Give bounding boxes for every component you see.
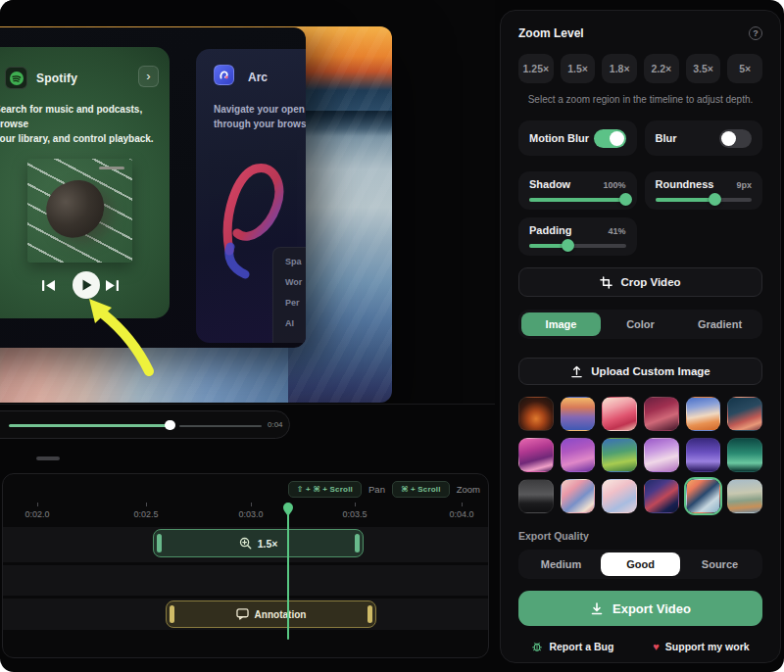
background-type-tabs: Image Color Gradient	[518, 310, 762, 339]
wallpaper-thumbnail[interactable]	[561, 397, 596, 431]
wallpaper-thumbnail[interactable]	[727, 479, 762, 513]
annotation-bubble-icon	[236, 608, 249, 620]
shadow-slider-card: Shadow 100%	[518, 171, 637, 210]
spotify-card: Spotify › Search for music and podcasts,…	[0, 47, 170, 318]
arc-logo-small-icon	[218, 69, 231, 82]
zoom-option-button[interactable]: 1.8×	[602, 54, 637, 83]
play-icon	[82, 279, 92, 291]
chevron-right-icon: ›	[146, 69, 150, 83]
album-art-caption	[99, 167, 124, 169]
pan-label: Pan	[368, 484, 385, 495]
motion-blur-card: Motion Blur	[518, 120, 637, 156]
wallpaper-thumbnail-selected[interactable]	[686, 479, 721, 513]
wallpaper-thumbnail[interactable]	[686, 397, 721, 431]
playback-scrubber[interactable]: 0:04	[0, 410, 290, 439]
scrubber-remaining-track	[179, 425, 262, 427]
duration-label: 0:04	[268, 420, 283, 429]
tab-color[interactable]: Color	[601, 312, 680, 336]
padding-slider[interactable]	[529, 244, 626, 248]
tab-gradient[interactable]: Gradient	[680, 312, 760, 336]
upload-icon	[570, 365, 583, 378]
bug-icon	[531, 641, 543, 652]
spotify-app-icon	[5, 67, 27, 89]
upload-custom-image-button[interactable]: Upload Custom Image	[518, 358, 762, 385]
context-menu-overlay: Spa Wor Per AI	[272, 247, 306, 343]
wallpaper-thumbnail[interactable]	[727, 438, 762, 472]
wallpaper-thumbnail[interactable]	[602, 397, 637, 431]
play-button[interactable]	[73, 271, 100, 299]
wallpaper-thumbnail[interactable]	[602, 479, 637, 513]
menu-item[interactable]: Per	[285, 298, 306, 318]
playback-controls	[0, 271, 170, 301]
playhead-line[interactable]	[287, 512, 289, 640]
shadow-value: 100%	[603, 180, 625, 190]
app-window: Spotify › Search for music and podcasts,…	[0, 0, 784, 672]
wallpaper-thumbnail[interactable]	[727, 397, 762, 431]
zoom-option-button[interactable]: 3.5×	[686, 54, 721, 83]
spotify-card-title: Spotify	[36, 72, 77, 85]
video-preview-canvas[interactable]: Spotify › Search for music and podcasts,…	[0, 0, 495, 405]
spotify-open-button[interactable]: ›	[138, 66, 159, 87]
next-track-icon[interactable]	[105, 279, 120, 292]
panel-resize-handle[interactable]	[36, 456, 60, 460]
spotify-card-description: Search for music and podcasts, browse yo…	[0, 102, 167, 146]
settings-panel: Zoom Level ? 1.25× 1.5× 1.8× 2.2× 3.5× 5…	[500, 10, 781, 663]
zoom-segment[interactable]: 1.5×	[153, 529, 364, 557]
motion-blur-toggle[interactable]	[594, 129, 626, 148]
timeline-panel: ⇧ + ⌘ + Scroll Pan ⌘ + Scroll Zoom 0:02.…	[2, 473, 489, 658]
export-quality-label: Export Quality	[518, 530, 762, 542]
wallpaper-thumbnail[interactable]	[561, 438, 596, 472]
report-bug-link[interactable]: Report a Bug	[531, 641, 613, 652]
roundness-value: 9px	[736, 180, 752, 190]
shadow-slider[interactable]	[529, 198, 626, 202]
quality-good[interactable]: Good	[601, 552, 680, 576]
wallpaper-gallery	[518, 397, 762, 513]
quality-source[interactable]: Source	[680, 552, 760, 576]
crop-video-button[interactable]: Crop Video	[518, 267, 762, 297]
zoom-shortcut-badge: ⌘ + Scroll	[392, 481, 450, 498]
arc-card-description: Navigate your open tab through your brow…	[214, 102, 306, 131]
pan-shortcut-badge: ⇧ + ⌘ + Scroll	[288, 481, 362, 498]
wallpaper-thumbnail[interactable]	[518, 438, 554, 472]
crop-icon	[600, 276, 612, 289]
wallpaper-thumbnail[interactable]	[644, 438, 679, 472]
zoom-option-button[interactable]: 1.5×	[561, 54, 596, 83]
playhead-handle[interactable]	[282, 502, 294, 516]
blur-card: Blur	[645, 120, 763, 156]
wallpaper-thumbnail[interactable]	[561, 479, 596, 513]
editor-area: Spotify › Search for music and podcasts,…	[0, 0, 495, 672]
wallpaper-thumbnail[interactable]	[518, 479, 554, 513]
wallpaper-thumbnail[interactable]	[518, 397, 554, 431]
recorded-screen-frame: Spotify › Search for music and podcasts,…	[0, 27, 306, 348]
zoom-option-button[interactable]: 2.2×	[644, 54, 679, 83]
wallpaper-thumbnail[interactable]	[644, 479, 679, 513]
album-art-figure	[39, 173, 113, 245]
menu-item[interactable]: AI	[285, 318, 306, 339]
export-video-button[interactable]: Export Video	[518, 591, 762, 626]
roundness-slider-card: Roundness 9px	[645, 171, 763, 210]
annotation-segment[interactable]: Annotation	[166, 600, 376, 628]
quality-medium[interactable]: Medium	[521, 552, 601, 576]
wallpaper-thumbnail[interactable]	[602, 438, 637, 472]
timeline-shortcuts: ⇧ + ⌘ + Scroll Pan ⌘ + Scroll Zoom	[288, 481, 480, 498]
tab-image[interactable]: Image	[521, 312, 601, 336]
zoom-option-button[interactable]: 1.25×	[518, 54, 554, 83]
zoom-option-button[interactable]: 5×	[727, 54, 762, 83]
download-icon	[590, 601, 604, 615]
support-link[interactable]: ♥ Support my work	[653, 641, 749, 652]
wallpaper-thumbnail[interactable]	[686, 438, 721, 472]
arc-card-title: Arc	[248, 71, 268, 84]
previous-track-icon[interactable]	[41, 279, 56, 292]
zoom-label: Zoom	[457, 484, 480, 495]
wallpaper-thumbnail[interactable]	[644, 397, 679, 431]
menu-item[interactable]: Spa	[285, 257, 306, 277]
scrubber-knob[interactable]	[165, 420, 175, 431]
zoom-level-title: Zoom Level	[518, 26, 584, 40]
blur-toggle[interactable]	[719, 129, 752, 148]
menu-item[interactable]: Wor	[285, 277, 306, 298]
zoom-level-options: 1.25× 1.5× 1.8× 2.2× 3.5× 5×	[518, 54, 762, 83]
heart-icon: ♥	[653, 641, 660, 652]
help-icon[interactable]: ?	[749, 26, 762, 40]
clip-track[interactable]	[3, 565, 488, 596]
roundness-slider[interactable]	[656, 198, 753, 202]
